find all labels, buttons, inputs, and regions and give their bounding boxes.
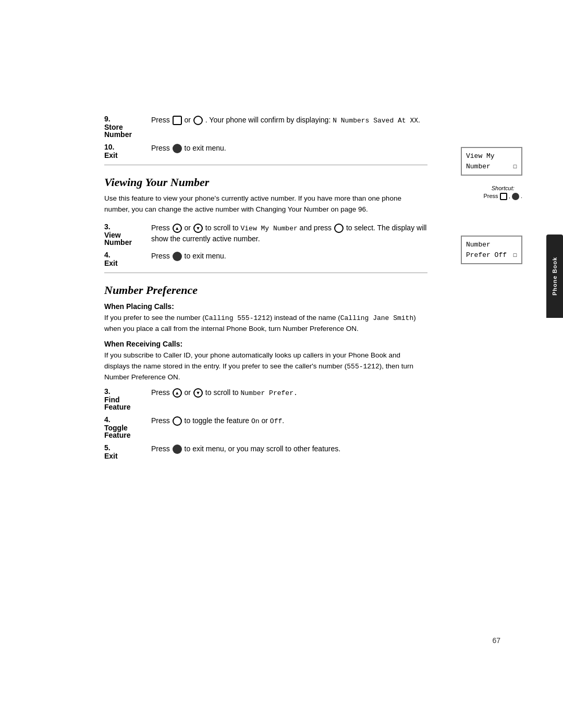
section-viewing-intro: Use this feature to view your phone's cu… (104, 193, 427, 215)
nav-up-icon-np3: ▲ (173, 388, 182, 398)
subsection-receiving-title: When Receiving Calls: (104, 340, 427, 348)
step-np4-row: 4. Toggle Feature Press to toggle the fe… (104, 415, 427, 439)
section-viewing-title: Viewing Your Number (104, 176, 427, 189)
exit-end-icon-v4 (173, 252, 182, 261)
step-v3-label: 3. View Number (104, 223, 151, 246)
ok-icon-np4 (173, 416, 182, 426)
step-10-row: 10. Exit Press to exit menu. (104, 143, 427, 159)
step-np5-label: 5. Exit (104, 443, 151, 460)
page-number: 67 (492, 636, 500, 645)
step-9-row: 9. Store Number Press or . Your phone wi… (104, 115, 427, 139)
shortcut-label: Shortcut: (484, 185, 523, 191)
nav-up-icon-v3: ▲ (173, 224, 182, 233)
exit-end-icon-np5 (173, 445, 182, 454)
step-np4-desc: Press to toggle the feature On or Off. (151, 415, 427, 427)
display-view-my-number: View My Number ☐ (461, 147, 522, 176)
divider-1 (104, 165, 427, 165)
step-v3-desc: Press ▲ or ▼ to scroll to View My Number… (151, 223, 427, 245)
section-viewing-number: Viewing Your Number Use this feature to … (104, 176, 427, 267)
step-np3-row: 3. Find Feature Press ▲ or ▼ to scroll t… (104, 387, 427, 411)
step-np3-label: 3. Find Feature (104, 387, 151, 411)
section-number-preference: Number Preference When Placing Calls: If… (104, 283, 427, 460)
ok-icon-v3 (334, 224, 344, 233)
step-v4-row: 4. Exit Press to exit menu. (104, 251, 427, 267)
step-np5-desc: Press to exit menu, or you may scroll to… (151, 443, 427, 454)
step-v3-row: 3. View Number Press ▲ or ▼ to scroll to… (104, 223, 427, 246)
main-content: 9. Store Number Press or . Your phone wi… (104, 115, 427, 464)
step-10-label: 10. Exit (104, 143, 151, 159)
subsection-placing-title: When Placing Calls: (104, 302, 427, 311)
subsection-receiving-text: If you subscribe to Caller ID, your phon… (104, 350, 427, 383)
display-number-prefer: Number Prefer Off ☐ (461, 236, 522, 264)
step-np4-label: 4. Toggle Feature (104, 415, 151, 439)
step-np5-row: 5. Exit Press to exit menu, or you may s… (104, 443, 427, 460)
shortcut-text: Press , . (484, 193, 523, 200)
step-v4-label: 4. Exit (104, 251, 151, 267)
nav-down-icon-np3: ▼ (193, 388, 203, 398)
step-v4-desc: Press to exit menu. (151, 251, 427, 262)
divider-2 (104, 273, 427, 273)
section-np-title: Number Preference (104, 283, 427, 297)
store-ok-icon (193, 116, 203, 125)
store-menu-icon (173, 116, 182, 125)
step-9-label: 9. Store Number (104, 115, 151, 139)
shortcut-box: Shortcut: Press , . (484, 185, 523, 200)
step-10-desc: Press to exit menu. (151, 143, 427, 154)
shortcut-icon2 (512, 193, 519, 200)
subsection-placing-text: If you prefer to see the number (Calling… (104, 313, 427, 335)
step-9-desc: Press or . Your phone will confirm by di… (151, 115, 427, 126)
nav-down-icon-v3: ▼ (193, 224, 203, 233)
shortcut-icon1 (500, 193, 507, 200)
exit-end-icon-1 (173, 144, 182, 153)
step-np3-desc: Press ▲ or ▼ to scroll to Number Prefer. (151, 387, 427, 399)
phone-book-tab: Phone Book (546, 235, 563, 318)
